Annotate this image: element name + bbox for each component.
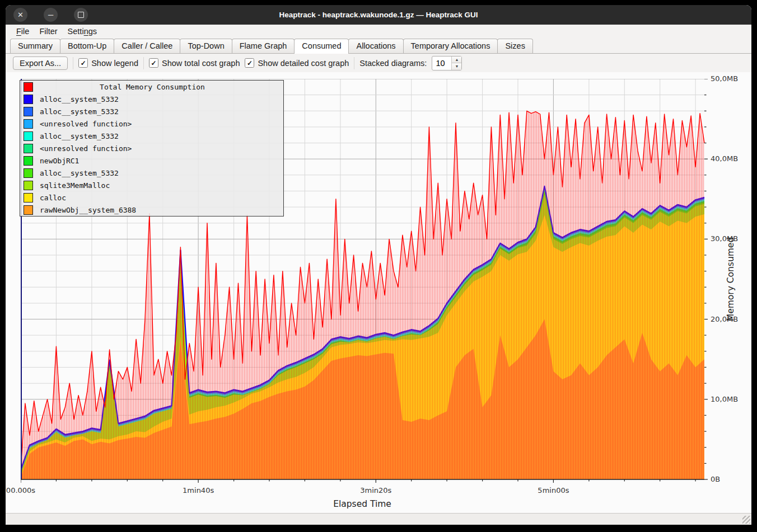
tab-top-down[interactable]: Top-Down <box>180 39 232 53</box>
legend-row: <unresolved function> <box>20 117 283 130</box>
show-legend-label: Show legend <box>91 59 138 68</box>
legend-label: alloc__system_5332 <box>40 107 119 116</box>
stacked-diagrams-spinner[interactable]: ▲ ▼ <box>432 56 462 70</box>
legend-label: <unresolved function> <box>40 144 132 153</box>
legend-swatch <box>24 95 33 104</box>
maximize-icon <box>78 12 84 18</box>
legend-row: alloc__system_5332 <box>20 167 283 179</box>
status-bar <box>6 513 751 525</box>
legend-row: alloc__system_5332 <box>20 93 283 105</box>
window-title: Heaptrack - heaptrack.wakunode.1.gz — He… <box>6 11 751 19</box>
legend-row: Total Memory Consumption <box>20 81 283 93</box>
legend-label: <unresolved function> <box>40 120 132 128</box>
spinner-up-button[interactable]: ▲ <box>452 57 461 64</box>
menu-bar: File Filter Settings <box>6 25 751 37</box>
legend-row: calloc <box>20 191 283 204</box>
legend-swatch <box>24 168 33 178</box>
show-detailed-cost-label: Show detailed cost graph <box>258 59 349 68</box>
show-detailed-cost-checkbox[interactable]: ✓ Show detailed cost graph <box>245 58 349 68</box>
checkbox-icon[interactable]: ✓ <box>149 58 158 68</box>
tab-flame-graph[interactable]: Flame Graph <box>232 39 295 53</box>
toolbar: Export As... ✓ Show legend ✓ Show total … <box>6 54 751 72</box>
legend-row: <unresolved function> <box>20 142 283 154</box>
minimize-button[interactable]: ─ <box>44 8 58 22</box>
checkbox-icon[interactable]: ✓ <box>245 58 254 68</box>
legend-label: rawNewObj__system_6388 <box>40 206 136 214</box>
spinner-down-button[interactable]: ▼ <box>452 63 461 70</box>
stacked-diagrams-label: Stacked diagrams: <box>359 59 427 68</box>
tab-caller-callee[interactable]: Caller / Callee <box>114 39 180 53</box>
legend-label: alloc__system_5332 <box>40 95 119 103</box>
legend-label: calloc <box>40 194 66 202</box>
show-legend-checkbox[interactable]: ✓ Show legend <box>78 58 138 68</box>
legend-label: newObjRC1 <box>40 157 79 165</box>
legend-swatch <box>24 205 33 215</box>
chart-legend: Total Memory Consumptionalloc__system_53… <box>20 80 284 216</box>
legend-row: alloc__system_5332 <box>20 105 283 117</box>
tab-allocations[interactable]: Allocations <box>348 39 403 53</box>
legend-swatch <box>24 131 33 141</box>
tab-summary[interactable]: Summary <box>10 39 60 53</box>
y-tick-label: 50,0MB <box>711 74 738 83</box>
legend-swatch <box>24 119 33 129</box>
legend-row: sqlite3MemMalloc <box>20 179 283 191</box>
maximize-button[interactable] <box>74 8 88 22</box>
show-total-cost-label: Show total cost graph <box>162 59 240 68</box>
consumed-chart: 0B10,0MB20,0MB30,0MB40,0MB50,0MB 00.000s… <box>6 72 751 514</box>
x-tick-label: 1min40s <box>183 486 214 495</box>
resize-grip[interactable] <box>742 516 750 524</box>
legend-label: alloc__system_5332 <box>40 132 119 140</box>
export-as-button[interactable]: Export As... <box>13 57 68 70</box>
heaptrack-window: ✕ ─ Heaptrack - heaptrack.wakunode.1.gz … <box>6 5 751 525</box>
menu-filter[interactable]: Filter <box>34 26 62 36</box>
legend-row: rawNewObj__system_6388 <box>20 204 283 216</box>
menu-file[interactable]: File <box>11 26 34 36</box>
legend-row: alloc__system_5332 <box>20 130 283 142</box>
y-tick-label: 10,0MB <box>711 395 738 403</box>
y-axis-title: Memory Consumed <box>726 237 736 321</box>
legend-swatch <box>24 193 33 203</box>
x-tick-label: 3min20s <box>360 486 391 495</box>
toolbar-separator <box>354 57 354 69</box>
tab-bottom-up[interactable]: Bottom-Up <box>60 39 114 53</box>
legend-label: alloc__system_5332 <box>40 169 119 177</box>
tab-consumed[interactable]: Consumed <box>294 39 349 54</box>
title-bar[interactable]: ✕ ─ Heaptrack - heaptrack.wakunode.1.gz … <box>6 5 751 25</box>
legend-swatch <box>24 144 33 153</box>
close-button[interactable]: ✕ <box>13 8 27 22</box>
legend-swatch <box>24 82 33 92</box>
x-axis-title: Elapsed Time <box>333 499 391 509</box>
legend-label: sqlite3MemMalloc <box>40 181 110 190</box>
toolbar-separator <box>73 57 73 69</box>
tab-bar: Summary Bottom-Up Caller / Callee Top-Do… <box>6 37 751 54</box>
x-tick-label: 00.000s <box>6 486 35 495</box>
show-total-cost-checkbox[interactable]: ✓ Show total cost graph <box>149 58 240 68</box>
y-tick-label: 40,0MB <box>711 154 738 163</box>
checkbox-icon[interactable]: ✓ <box>78 58 88 68</box>
legend-row: newObjRC1 <box>20 154 283 167</box>
stacked-diagrams-input[interactable] <box>432 57 451 70</box>
tab-temporary-allocations[interactable]: Temporary Allocations <box>403 39 498 53</box>
legend-swatch <box>24 156 33 166</box>
tab-sizes[interactable]: Sizes <box>497 39 532 53</box>
legend-swatch <box>24 181 33 190</box>
toolbar-separator <box>143 57 144 69</box>
y-tick-label: 0B <box>711 475 720 483</box>
menu-settings[interactable]: Settings <box>63 26 102 36</box>
legend-label: Total Memory Consumption <box>40 83 265 91</box>
legend-swatch <box>24 107 33 116</box>
x-tick-label: 5min00s <box>538 486 569 495</box>
